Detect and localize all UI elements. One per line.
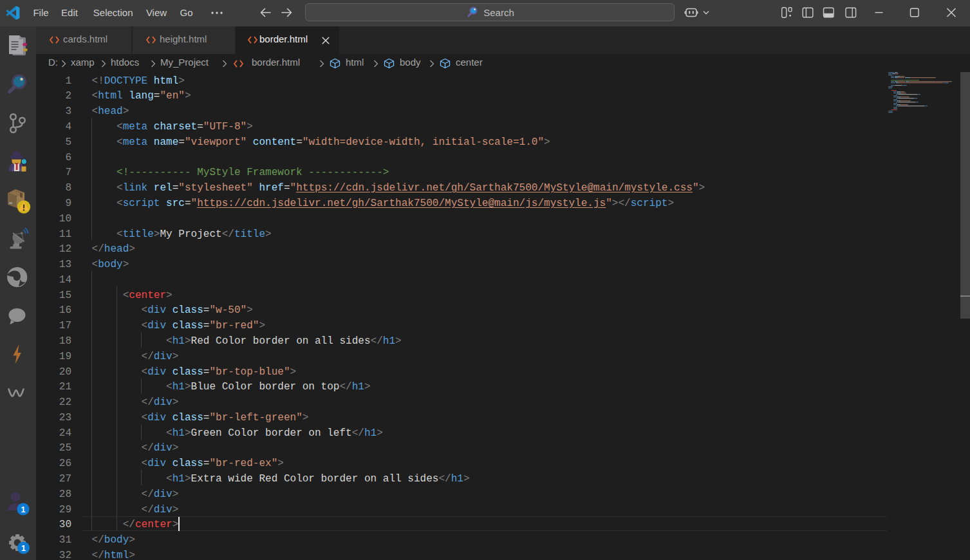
svg-text:1: 1 — [21, 505, 26, 514]
svg-text:1: 1 — [21, 544, 26, 553]
